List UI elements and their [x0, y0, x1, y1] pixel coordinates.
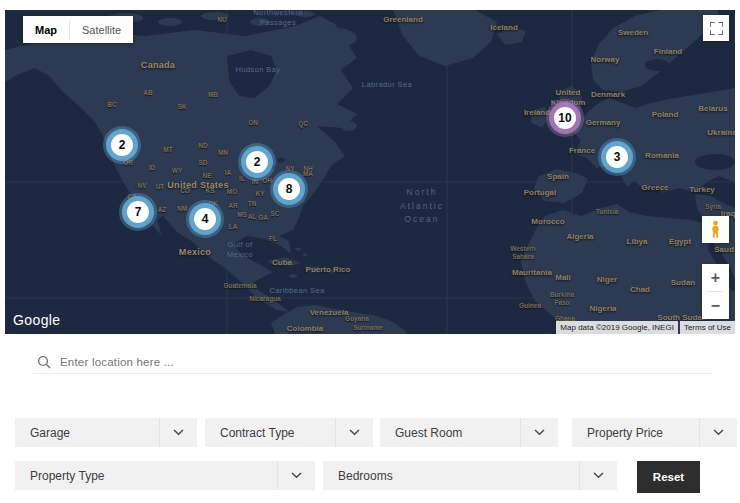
map-attribution: Map data ©2019 Google, INEGI Terms of Us… — [556, 321, 735, 334]
map-cluster-10[interactable]: 10 — [554, 107, 576, 129]
chevron-down-icon — [520, 418, 558, 447]
location-search — [33, 350, 713, 374]
guest-room-filter-dropdown[interactable]: Guest Room — [380, 418, 558, 447]
cluster-count: 4 — [202, 212, 209, 226]
terms-of-use-link[interactable]: Terms of Use — [680, 321, 735, 334]
fullscreen-icon — [710, 22, 723, 35]
zoom-out-button[interactable]: − — [702, 292, 729, 319]
map-cluster-8[interactable]: 8 — [278, 178, 300, 200]
google-logo[interactable]: Google — [13, 312, 61, 328]
chevron-down-icon — [335, 418, 373, 447]
dropdown-label: Garage — [30, 426, 70, 440]
cluster-count: 2 — [254, 155, 261, 169]
pegman-button[interactable] — [702, 216, 729, 243]
cluster-count: 8 — [286, 182, 293, 196]
map-cluster-3[interactable]: 3 — [606, 146, 628, 168]
dropdown-label: Property Type — [30, 469, 104, 483]
property-price-filter-dropdown[interactable]: Property Price — [572, 418, 737, 447]
fullscreen-button[interactable] — [703, 15, 729, 41]
search-icon — [37, 355, 51, 369]
cluster-count: 3 — [614, 150, 621, 164]
map-data-attribution: Map data ©2019 Google, INEGI — [556, 321, 678, 334]
zoom-in-button[interactable]: + — [702, 264, 729, 291]
map-cluster-7[interactable]: 7 — [127, 201, 149, 223]
chevron-down-icon — [277, 461, 315, 490]
zoom-control: + − — [702, 264, 729, 319]
garage-filter-dropdown[interactable]: Garage — [15, 418, 197, 447]
bedrooms-filter-dropdown[interactable]: Bedrooms — [323, 461, 617, 490]
map-cluster-2[interactable]: 2 — [246, 151, 268, 173]
satellite-view-button[interactable]: Satellite — [70, 16, 133, 43]
chevron-down-icon — [579, 461, 617, 490]
map[interactable]: CanadaUnited StatesMexicoGreenlandIcelan… — [5, 10, 735, 334]
map-cluster-4[interactable]: 4 — [194, 208, 216, 230]
property-type-filter-dropdown[interactable]: Property Type — [15, 461, 315, 490]
dropdown-label: Bedrooms — [338, 469, 393, 483]
dropdown-label: Property Price — [587, 426, 663, 440]
map-type-control: Map Satellite — [23, 16, 133, 43]
reset-filters-button[interactable]: Reset — [637, 461, 700, 493]
property-map-page: CanadaUnited StatesMexicoGreenlandIcelan… — [0, 0, 740, 503]
map-view-button[interactable]: Map — [23, 16, 69, 43]
cluster-count: 2 — [119, 138, 126, 152]
pegman-icon — [710, 220, 721, 239]
chevron-down-icon — [159, 418, 197, 447]
dropdown-label: Contract Type — [220, 426, 294, 440]
chevron-down-icon — [699, 418, 737, 447]
map-clusters-layer: 22874103 — [5, 10, 735, 334]
dropdown-label: Guest Room — [395, 426, 462, 440]
cluster-count: 10 — [558, 111, 571, 125]
cluster-count: 7 — [135, 205, 142, 219]
map-cluster-2[interactable]: 2 — [111, 134, 133, 156]
search-input[interactable] — [60, 356, 713, 368]
contract-type-filter-dropdown[interactable]: Contract Type — [205, 418, 373, 447]
